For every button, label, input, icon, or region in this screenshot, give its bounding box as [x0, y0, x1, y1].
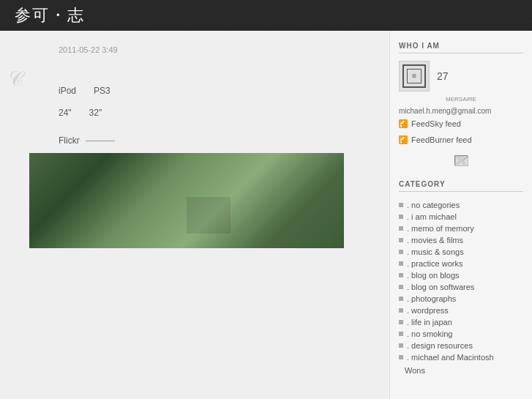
cat-bullet	[399, 297, 403, 301]
layout: 𝒞 2011-05-22 3:49 iPod PS3 24" 32" Flick…	[0, 31, 532, 399]
list-item[interactable]: . memo of memory	[399, 223, 523, 234]
category-title: CATEGORY	[399, 180, 523, 192]
cat-bullet	[399, 273, 403, 277]
category-item-label: . blog on softwares	[407, 283, 474, 291]
category-item-label: . no categories	[407, 201, 460, 209]
list-item[interactable]: . no categories	[399, 199, 523, 211]
sidebar: WHO I AM ⊞ 27 MERSAIRE michael.h.meng@gm…	[389, 31, 532, 399]
category-item-label: . michael and Macintosh	[407, 353, 494, 362]
category-item-label: . i am michael	[407, 212, 457, 221]
feedsky-icon	[399, 119, 408, 128]
cat-bullet	[399, 320, 403, 324]
flickr-line	[86, 141, 115, 141]
post-line1: iPod PS3	[59, 83, 375, 100]
avatar-box: ⊞	[399, 61, 430, 92]
category-item-label: . wordpress	[407, 306, 449, 315]
category-list: . no categories. i am michael. memo of m…	[399, 199, 523, 363]
feedburner-label[interactable]: FeedBurner feed	[411, 135, 472, 144]
cat-bullet	[399, 215, 403, 219]
category-item-label: . no smoking	[407, 329, 452, 338]
category-item-label: . movies & films	[407, 236, 463, 245]
list-item[interactable]: . design resources	[399, 340, 523, 351]
category-item-label: . photographs	[407, 294, 456, 303]
avatar-symbol: ⊞	[412, 73, 416, 79]
wons-text: Wons	[399, 366, 523, 375]
avatar-label: MERSAIRE	[399, 96, 523, 102]
cat-bullet	[399, 285, 403, 289]
flickr-link[interactable]: Flickr	[59, 135, 80, 146]
list-item[interactable]: . photographs	[399, 293, 523, 305]
age-text: 27	[437, 70, 449, 82]
post-image	[29, 153, 344, 248]
list-item[interactable]: . music & songs	[399, 246, 523, 258]
email-text: michael.h.meng@gmail.com	[399, 107, 523, 115]
cat-bullet	[399, 238, 403, 242]
list-item[interactable]: . no smoking	[399, 328, 523, 340]
cat-bullet	[399, 261, 403, 266]
list-item[interactable]: . blog on softwares	[399, 281, 523, 293]
feedburner-item: FeedBurner feed	[399, 135, 523, 144]
main-content: 𝒞 2011-05-22 3:49 iPod PS3 24" 32" Flick…	[0, 31, 389, 399]
image-overlay	[187, 197, 231, 234]
cat-bullet	[399, 355, 403, 359]
mail-icon	[454, 155, 468, 165]
cat-bullet	[399, 332, 403, 336]
post-date: 2011-05-22 3:49	[59, 45, 375, 54]
category-item-label: . practice works	[407, 259, 462, 268]
who-i-am-section: WHO I AM ⊞ 27 MERSAIRE michael.h.meng@gm…	[399, 42, 523, 165]
svg-rect-4	[455, 156, 468, 166]
cat-bullet	[399, 250, 403, 254]
category-item-label: . design resources	[407, 341, 473, 350]
svg-rect-0	[399, 119, 408, 128]
list-item[interactable]: . life in japan	[399, 316, 523, 328]
cat-bullet	[399, 343, 403, 348]
header: 参可・志	[0, 0, 532, 31]
list-item[interactable]: . i am michael	[399, 211, 523, 223]
site-title: 参可・志	[15, 4, 85, 26]
cat-bullet	[399, 308, 403, 313]
svg-point-1	[400, 125, 402, 127]
flickr-link-area: Flickr	[59, 135, 375, 146]
decorative-swirl: 𝒞	[7, 67, 23, 92]
who-i-am-content: ⊞ 27 MERSAIRE michael.h.meng@gmail.com	[399, 61, 523, 165]
who-i-am-title: WHO I AM	[399, 42, 523, 53]
cat-bullet	[399, 203, 403, 207]
category-section: CATEGORY . no categories. i am michael. …	[399, 180, 523, 375]
post-line2: 24" 32"	[59, 105, 375, 122]
feedsky-label[interactable]: FeedSky feed	[411, 119, 461, 128]
list-item[interactable]: . wordpress	[399, 305, 523, 316]
svg-rect-2	[399, 135, 408, 144]
category-item-label: . music & songs	[407, 247, 464, 256]
category-item-label: . blog on blogs	[407, 271, 460, 280]
mail-icon-wrapper	[399, 155, 523, 165]
svg-point-3	[400, 141, 402, 143]
category-item-label: . life in japan	[407, 318, 452, 327]
cat-bullet	[399, 226, 403, 231]
category-item-label: . memo of memory	[407, 224, 474, 233]
post-content: iPod PS3 24" 32"	[59, 83, 375, 121]
list-item[interactable]: . movies & films	[399, 234, 523, 246]
who-i-am-top: ⊞ 27	[399, 61, 523, 92]
list-item[interactable]: . practice works	[399, 258, 523, 269]
avatar-inner: ⊞	[402, 64, 426, 88]
list-item[interactable]: . blog on blogs	[399, 269, 523, 281]
list-item[interactable]: . michael and Macintosh	[399, 351, 523, 363]
feedsky-item: FeedSky feed	[399, 119, 523, 128]
feedburner-icon	[399, 135, 408, 144]
